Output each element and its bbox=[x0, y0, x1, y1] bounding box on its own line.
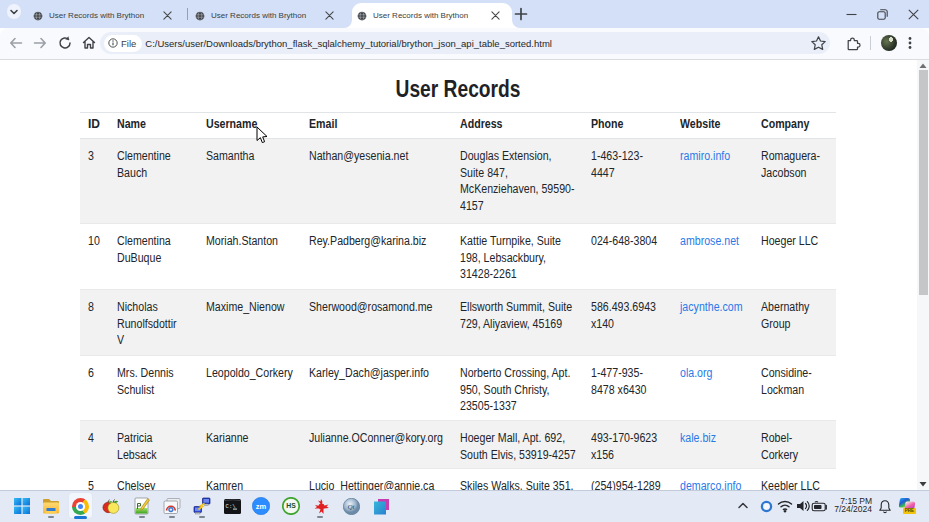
svg-text:zm: zm bbox=[256, 502, 267, 511]
svg-text:HS: HS bbox=[286, 502, 296, 509]
svg-text:C:\: C:\ bbox=[225, 502, 235, 509]
svg-text:Qt: Qt bbox=[347, 503, 355, 511]
